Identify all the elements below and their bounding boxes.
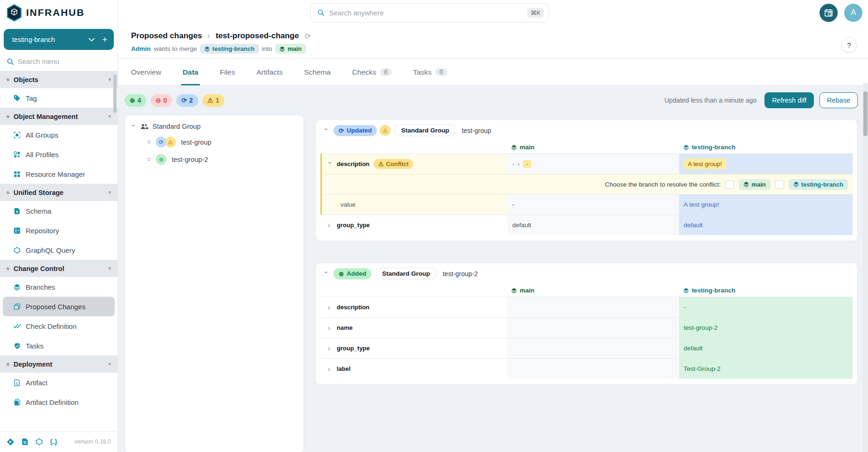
row-group-type: › group_type default default: [320, 215, 853, 235]
plus-circle-icon: ⊕: [339, 270, 344, 278]
global-search-input[interactable]: [329, 9, 522, 17]
chevron-right-icon[interactable]: ›: [328, 222, 333, 229]
chevron-right-icon[interactable]: ›: [328, 365, 333, 372]
menu-search-input[interactable]: [18, 57, 97, 65]
sidebar-item-tag[interactable]: Tag: [0, 88, 118, 108]
main-value-cell: [507, 318, 679, 338]
sidebar-item-proposed-changes[interactable]: Proposed Changes: [3, 297, 115, 316]
warning-icon: ⚠: [378, 160, 384, 167]
tree-bullet-icon: [147, 140, 151, 144]
branch-value-cell: test-group-2: [679, 318, 853, 338]
branch-selector[interactable]: testing-branch +: [4, 29, 114, 50]
sidebar-item-graphql-query[interactable]: GraphQL Query: [0, 240, 118, 260]
tab-artifacts[interactable]: Artifacts: [257, 59, 283, 85]
double-check-icon: [13, 323, 21, 329]
sidebar-item-repository[interactable]: Repository: [0, 221, 118, 240]
tab-files[interactable]: Files: [220, 59, 235, 85]
sidebar-section-change-control[interactable]: Change Control ▾: [0, 260, 118, 277]
breadcrumb-root[interactable]: Proposed changes: [131, 31, 202, 41]
main-value-cell: - › -: [507, 154, 679, 174]
sidebar-section-deployment[interactable]: Deployment ▾: [0, 355, 118, 373]
minus-circle-icon: ⊖: [156, 97, 161, 104]
docs-icon[interactable]: [21, 438, 28, 445]
tab-tasks[interactable]: Tasks0: [413, 59, 447, 85]
tab-data[interactable]: Data: [183, 59, 199, 85]
last-updated-text: Updated less than a minute ago: [664, 97, 757, 104]
refresh-diff-button[interactable]: Refresh diff: [764, 92, 814, 108]
chevron-down-icon[interactable]: ›: [327, 162, 334, 167]
diff-tree-panel: › Standard Group ⟳ ⚠ test-group: [125, 115, 304, 452]
help-button[interactable]: ?: [841, 37, 857, 53]
removed-count-badge: ⊖0: [151, 94, 173, 107]
tab-checks[interactable]: Checks0: [352, 59, 392, 85]
sidebar-item-artifact-definition[interactable]: Artifact Definition: [0, 392, 118, 412]
sidebar-item-check-definition[interactable]: Check Definition: [0, 316, 118, 336]
time-travel-button[interactable]: [819, 4, 838, 22]
card-header[interactable]: › ⟳Updated ⚠ Standard Group test-group: [320, 120, 853, 141]
tree-node-standard-group[interactable]: › Standard Group: [132, 123, 297, 130]
sidebar-item-branches[interactable]: Branches: [0, 277, 118, 297]
chevron-right-icon[interactable]: ›: [328, 304, 333, 311]
graphql-sandbox-icon[interactable]: [35, 438, 43, 445]
main-branch-option-badge[interactable]: main: [739, 179, 770, 190]
grid-icon: [13, 171, 21, 178]
community-icon[interactable]: [7, 438, 14, 446]
main-scrollbar-track[interactable]: [863, 83, 868, 452]
layers-icon: [13, 284, 21, 291]
sidebar-section-unified-storage[interactable]: Unified Storage ▾: [0, 184, 118, 201]
conflict-resolution-row: Choose the branch to resolve the conflic…: [320, 174, 853, 194]
branch-selector-value: testing-branch: [12, 36, 55, 43]
sidebar-item-all-profiles[interactable]: All Profiles: [0, 145, 118, 164]
chevron-down-icon[interactable]: ›: [323, 271, 330, 276]
proposed-changes-icon: [13, 303, 21, 310]
sidebar-section-objects[interactable]: Objects ▾: [0, 71, 118, 88]
refresh-icon[interactable]: ⟳: [305, 32, 311, 41]
author-name: Admin: [131, 45, 151, 52]
row-group-type: › group_type default: [320, 338, 853, 358]
user-avatar[interactable]: A: [844, 4, 862, 22]
branch-value-cell: -: [679, 297, 853, 317]
main-content: ⌘K A Proposed changes › test-proposed-ch…: [118, 0, 868, 452]
main-column-header: main: [507, 141, 679, 153]
sidebar-scrollbar[interactable]: [113, 75, 117, 113]
updated-status-badge: ⟳Updated: [333, 125, 377, 136]
chevron-down-icon[interactable]: ›: [131, 124, 138, 129]
groups-icon: [13, 132, 21, 139]
conflict-count-badge: ⚠1: [202, 94, 224, 107]
sidebar-section-object-management[interactable]: Object Management ▾: [0, 108, 118, 125]
app-root: INFRAHUB testing-branch + Objects ▾: [0, 0, 868, 452]
main-scrollbar-thumb[interactable]: [863, 91, 868, 136]
chevron-down-icon[interactable]: ›: [323, 128, 330, 133]
card-header[interactable]: › ⊕Added Standard Group test-group-2: [320, 263, 853, 284]
object-name: test-group-2: [443, 270, 478, 278]
sidebar-item-resource-manager[interactable]: Resource Manager: [0, 164, 118, 184]
tree-node-test-group[interactable]: ⟳ ⚠ test-group: [132, 137, 297, 147]
chevron-right-icon[interactable]: ›: [328, 345, 333, 352]
artifact-document-icon: [13, 379, 21, 386]
testing-branch-checkbox[interactable]: [775, 180, 784, 189]
add-branch-icon[interactable]: +: [102, 35, 107, 45]
sidebar-item-all-groups[interactable]: All Groups: [0, 125, 118, 145]
page-header: Proposed changes › test-proposed-change …: [118, 25, 868, 59]
sidebar-nav: Objects ▾ Tag Object Management ▾ All Gr…: [0, 71, 118, 431]
swagger-braces-icon[interactable]: {..}: [50, 438, 57, 445]
sidebar-item-artifact[interactable]: Artifact: [0, 373, 118, 392]
profiles-icon: [13, 151, 21, 158]
tab-schema[interactable]: Schema: [304, 59, 331, 85]
bullet-icon: [7, 363, 9, 366]
tab-overview[interactable]: Overview: [131, 59, 161, 85]
conflict-warning-icon: ⚠: [380, 125, 390, 136]
testing-branch-option-badge[interactable]: testing-branch: [789, 179, 848, 190]
main-branch-checkbox[interactable]: [725, 180, 734, 189]
sidebar-item-schema[interactable]: Schema: [0, 201, 118, 221]
diff-card-test-group-2: › ⊕Added Standard Group test-group-2 mai…: [315, 263, 858, 385]
topbar-actions: A: [819, 4, 862, 22]
sidebar-item-tasks[interactable]: Tasks: [0, 336, 118, 355]
chevron-right-icon[interactable]: ›: [328, 324, 333, 331]
logo[interactable]: INFRAHUB: [0, 0, 118, 25]
sidebar: INFRAHUB testing-branch + Objects ▾: [0, 0, 118, 452]
main-value-cell: default: [507, 215, 679, 235]
rebase-button[interactable]: Rebase: [819, 92, 858, 108]
tree-node-test-group-2[interactable]: ⊕ test-group-2: [132, 154, 297, 165]
tasks-count-badge: 0: [435, 68, 447, 76]
